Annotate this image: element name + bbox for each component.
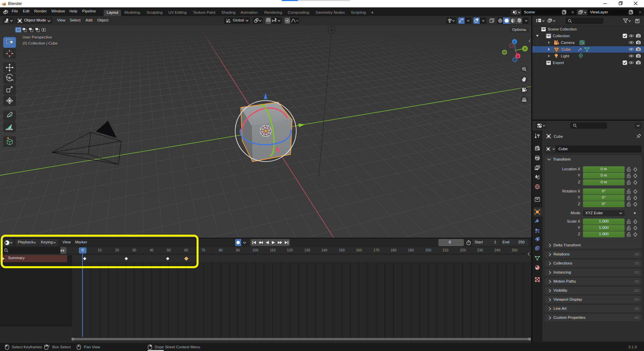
svg-text:X: X <box>517 54 519 58</box>
svg-text:Y: Y <box>524 47 526 51</box>
svg-text:Z: Z <box>514 40 516 44</box>
